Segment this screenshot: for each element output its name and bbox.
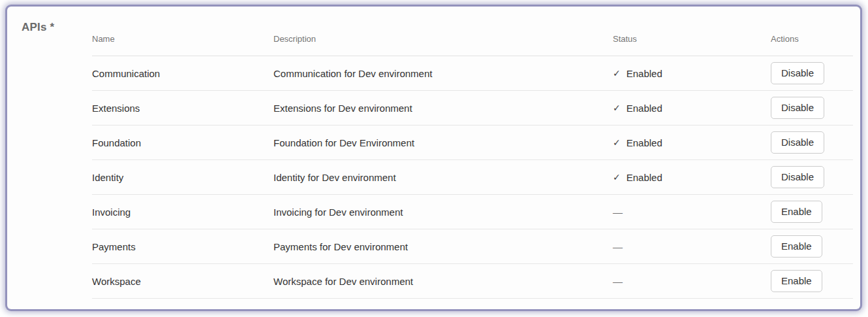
- table-row-workspace: Workspace Workspace for Dev environment …: [92, 264, 853, 299]
- disable-button[interactable]: Disable: [771, 97, 824, 119]
- disable-button[interactable]: Disable: [771, 131, 824, 154]
- api-description: Payments for Dev environment: [273, 241, 613, 252]
- table-row-identity: Identity Identity for Dev environment ✓ …: [92, 160, 853, 195]
- api-description: Workspace for Dev environment: [273, 276, 613, 287]
- disable-button[interactable]: Disable: [771, 166, 824, 188]
- api-actions: Enable: [771, 270, 853, 292]
- column-header-status: Status: [613, 34, 771, 44]
- api-description: Communication for Dev environment: [273, 68, 613, 79]
- check-icon: ✓: [613, 103, 621, 113]
- apis-field-label: APIs *: [22, 21, 92, 34]
- api-description: Extensions for Dev environment: [273, 103, 613, 114]
- table-row-foundation: Foundation Foundation for Dev Environmen…: [92, 125, 853, 160]
- api-name: Extensions: [92, 103, 273, 114]
- check-icon: ✓: [613, 172, 621, 182]
- status-dash: —: [613, 207, 623, 218]
- table-row-payments: Payments Payments for Dev environment — …: [92, 229, 853, 264]
- api-status: —: [613, 207, 771, 218]
- disable-button[interactable]: Disable: [771, 62, 824, 84]
- table-row-invoicing: Invoicing Invoicing for Dev environment …: [92, 195, 853, 229]
- field-label-column: APIs *: [7, 7, 92, 34]
- table-row-extensions: Extensions Extensions for Dev environmen…: [92, 91, 853, 125]
- api-status: ✓ Enabled: [613, 103, 771, 114]
- api-actions: Disable: [771, 97, 853, 119]
- api-actions: Disable: [771, 166, 853, 188]
- enable-button[interactable]: Enable: [771, 270, 822, 292]
- status-dash: —: [613, 241, 623, 252]
- api-status: —: [613, 276, 771, 287]
- column-header-description: Description: [273, 34, 613, 44]
- api-actions: Enable: [771, 201, 853, 223]
- column-header-actions: Actions: [771, 34, 853, 44]
- api-name: Communication: [92, 68, 273, 79]
- api-status: ✓ Enabled: [613, 137, 771, 148]
- status-text: Enabled: [627, 103, 662, 114]
- api-name: Workspace: [92, 276, 273, 287]
- apis-panel: APIs * Name Description Status Actions C…: [7, 7, 860, 309]
- status-text: Enabled: [627, 68, 662, 79]
- check-icon: ✓: [613, 137, 621, 148]
- apis-table: Name Description Status Actions Communic…: [92, 7, 853, 299]
- check-icon: ✓: [613, 68, 621, 78]
- enable-button[interactable]: Enable: [771, 235, 822, 258]
- api-actions: Enable: [771, 235, 853, 258]
- api-actions: Disable: [771, 131, 853, 154]
- api-name: Identity: [92, 172, 273, 183]
- status-text: Enabled: [627, 137, 662, 148]
- column-header-name: Name: [92, 34, 273, 44]
- api-actions: Disable: [771, 62, 853, 84]
- table-header-row: Name Description Status Actions: [92, 8, 853, 56]
- api-name: Invoicing: [92, 207, 273, 218]
- api-status: ✓ Enabled: [613, 68, 771, 79]
- api-description: Foundation for Dev Environment: [273, 137, 613, 148]
- api-name: Payments: [92, 241, 273, 252]
- api-name: Foundation: [92, 137, 273, 148]
- api-description: Identity for Dev environment: [273, 172, 613, 183]
- table-row-communication: Communication Communication for Dev envi…: [92, 56, 853, 91]
- api-status: ✓ Enabled: [613, 172, 771, 183]
- enable-button[interactable]: Enable: [771, 201, 822, 223]
- api-status: —: [613, 241, 771, 252]
- api-description: Invoicing for Dev environment: [273, 207, 613, 218]
- status-dash: —: [613, 276, 623, 287]
- status-text: Enabled: [627, 172, 662, 183]
